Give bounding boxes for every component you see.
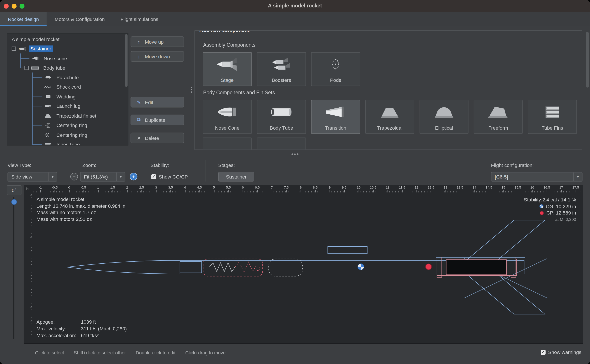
flight-stat-value: 619 ft/s²: [81, 332, 99, 339]
centering-ring-icon: [44, 133, 52, 137]
chevron-down-icon: ▾: [116, 172, 125, 181]
tree-connector-line: [32, 72, 33, 145]
rocket-mass-motors: Mass with motors 2,51 oz: [36, 216, 125, 222]
tree-item-centering-ring[interactable]: Centering ring: [7, 121, 124, 130]
rocket-info-block: A simple model rocket Length 16,748 in, …: [36, 196, 125, 223]
rotation-slider-thumb[interactable]: [11, 199, 17, 205]
edit-pencil-icon: ✎: [136, 99, 141, 105]
flight-stat-row: Max. velocity:311 ft/s (Mach 0,280): [36, 325, 127, 332]
move-down-button[interactable]: ↓ Move down: [130, 51, 184, 62]
tree-scrollbar[interactable]: [125, 34, 127, 87]
hint-text: Click to select: [35, 350, 64, 356]
zoom-value: Fit (51,3%): [84, 174, 108, 180]
tab-rocket-design[interactable]: Rocket design: [0, 12, 47, 26]
flight-config-select[interactable]: [C6-5] ▾: [491, 172, 582, 182]
component-button-nose-cone[interactable]: Nose Cone: [203, 100, 252, 134]
horizontal-splitter-handle[interactable]: •••: [291, 150, 299, 157]
move-down-icon: ↓: [136, 53, 141, 59]
panel-scrollbar[interactable]: [586, 32, 589, 87]
boosters-icon: [269, 56, 294, 74]
delete-button[interactable]: ✕ Delete: [130, 133, 184, 143]
delete-icon: ✕: [136, 135, 141, 141]
component-tree: A simple model rocket−SustainerNose cone…: [7, 33, 128, 146]
application-window: A simple model rocket Rocket design Moto…: [0, 0, 590, 364]
launch-lug-icon: [44, 104, 52, 109]
launch-lug-outline: [328, 247, 367, 254]
tab-flight-simulations[interactable]: Flight simulations: [113, 12, 166, 26]
move-up-button[interactable]: ↑ Move up: [130, 36, 184, 47]
flight-stat-label: Max. velocity:: [36, 325, 81, 332]
component-button-freeform[interactable]: Freeform: [474, 100, 523, 134]
hint-text: Double-click to edit: [136, 350, 175, 356]
centering-ring-icon: [44, 123, 52, 128]
tab-motors-configuration[interactable]: Motors & Configuration: [47, 12, 113, 26]
trapezoidal-fin-icon: [378, 104, 402, 122]
component-button-transition[interactable]: Transition: [311, 100, 360, 134]
component-button-partial[interactable]: [257, 137, 306, 150]
component-button-boosters[interactable]: Boosters: [257, 52, 306, 86]
component-button-elliptical[interactable]: Elliptical: [420, 100, 469, 134]
cp-marker: [425, 264, 432, 270]
edit-button[interactable]: ✎ Edit: [130, 97, 184, 107]
component-button-stage[interactable]: Stage: [203, 52, 252, 86]
show-cg-cp-checkbox[interactable]: ✓ Show CG/CP: [151, 174, 188, 180]
tree-item-wadding[interactable]: Wadding: [7, 92, 124, 101]
zoom-in-button[interactable]: +: [130, 173, 137, 180]
show-warnings-checkbox[interactable]: ✓ Show warnings: [541, 349, 581, 355]
centering-ring-fwd-outline: [437, 257, 442, 277]
flight-stat-row: Apogee:1039 ft: [36, 318, 127, 325]
component-button-pods[interactable]: Pods: [311, 52, 360, 86]
component-button-label: Elliptical: [420, 125, 468, 131]
tree-expander-icon[interactable]: −: [12, 47, 16, 51]
tree-item-sustainer[interactable]: −Sustainer: [7, 44, 124, 53]
duplicate-button[interactable]: ⧉ Duplicate: [130, 115, 184, 125]
tree-item-nose-cone[interactable]: Nose cone: [7, 53, 124, 63]
view-type-select[interactable]: Side view ▾: [7, 172, 57, 182]
hint-text: Shift+click to select other: [74, 350, 126, 356]
toolbar-divider: [205, 160, 205, 182]
elliptical-fin-icon: [432, 104, 456, 122]
component-button-label: Stage: [203, 78, 251, 83]
cg-icon: [539, 204, 544, 209]
duplicate-icon: ⧉: [136, 117, 141, 123]
tree-item-launch-lug[interactable]: Launch lug: [7, 102, 124, 111]
component-button-body-tube[interactable]: Body Tube: [257, 100, 306, 134]
checkbox-check-icon: ✓: [541, 350, 545, 355]
component-button-tube-fins[interactable]: Tube Fins: [528, 100, 577, 134]
add-component-title: Add new component: [197, 30, 252, 33]
tree-item-trapezoidal-fin-set[interactable]: Trapezoidal fin set: [7, 111, 124, 120]
flight-stat-label: Max. acceleration:: [36, 332, 81, 339]
move-up-icon: ↑: [136, 39, 141, 45]
tree-item-parachute[interactable]: Parachute: [7, 73, 124, 82]
parachute-detail-circle: [256, 267, 260, 271]
tree-item-inner-tube[interactable]: Inner Tube: [7, 140, 124, 146]
body-tube-icon-lg: [269, 104, 294, 122]
rocket-canvas[interactable]: in -1-0,500,511,522,533,544,555,566,577,…: [24, 185, 583, 344]
stage-toggle-sustainer[interactable]: Sustainer: [218, 172, 254, 182]
tree-expander-icon[interactable]: −: [25, 66, 29, 70]
component-button-label: Nose Cone: [203, 125, 251, 131]
flight-config-value: [C6-5]: [495, 174, 508, 180]
motor-block: [446, 260, 507, 275]
transition-icon: [324, 104, 348, 122]
tree-item-shock-cord[interactable]: Shock cord: [7, 82, 124, 92]
tree-item-body-tube[interactable]: −Body tube: [7, 63, 124, 72]
view-type-value: Side view: [11, 174, 32, 180]
tree-item-centering-ring[interactable]: Centering ring: [7, 130, 124, 140]
zoom-select[interactable]: Fit (51,3%) ▾: [80, 172, 125, 182]
rotation-slider-track[interactable]: [13, 197, 14, 339]
nose-shoulder-outline: [180, 261, 202, 273]
cp-icon: [540, 211, 544, 215]
zoom-out-button[interactable]: −: [70, 173, 78, 180]
component-button-partial[interactable]: [203, 137, 252, 150]
stage-icon: [215, 56, 239, 74]
view-type-label: View Type:: [7, 162, 31, 168]
vertical-splitter-handle[interactable]: •••: [191, 86, 192, 93]
component-button-trapezoidal[interactable]: Trapezoidal: [365, 100, 414, 134]
rocket-mass-empty: Mass with no motors 1,7 oz: [36, 209, 125, 216]
tree-item-a-simple-model-rocket[interactable]: A simple model rocket: [7, 34, 124, 44]
rocket-length: Length 16,748 in, max. diameter 0,984 in: [36, 203, 125, 209]
section-heading-assembly-components: Assembly Components: [203, 42, 579, 48]
rocket-name: A simple model rocket: [36, 196, 125, 203]
tube-fins-icon: [540, 104, 564, 122]
